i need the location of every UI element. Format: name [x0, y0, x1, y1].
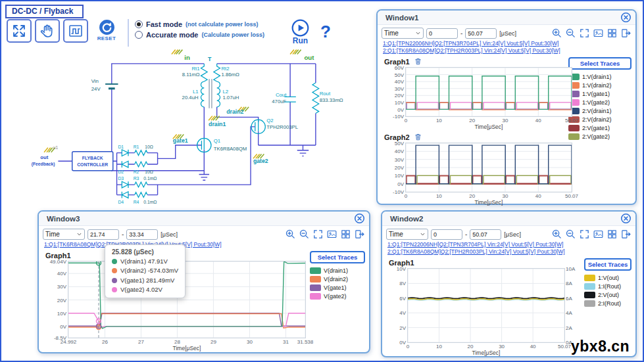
snapshot-button[interactable]: [593, 229, 604, 240]
snapshot-button[interactable]: [326, 229, 337, 240]
pan-button[interactable]: [35, 19, 60, 43]
range-to-input[interactable]: [470, 229, 501, 240]
legend-item[interactable]: 1:V(gate1): [568, 91, 632, 97]
delete-graph-button[interactable]: [414, 133, 422, 141]
fast-mode-radio[interactable]: [135, 20, 143, 28]
close-button[interactable]: [620, 12, 632, 23]
graph2-plot[interactable]: Time[μSec] 50V40V30V20V10V0V-10V01020304…: [405, 143, 572, 192]
config-link[interactable]: 2:Q1:[TK6R8A08QM]Q2:[TPH2R003PL] Vin:24[…: [387, 248, 630, 256]
export-button[interactable]: [354, 229, 365, 240]
graph1-plot[interactable]: Time[μSec] 60V50V40V30V20V10V0V-10V01020…: [405, 67, 572, 117]
legend-item[interactable]: 2:V(out): [584, 292, 632, 298]
range-to-input[interactable]: [126, 229, 158, 240]
zoom-out-button[interactable]: [565, 28, 576, 39]
config-link[interactable]: 1:Q1:[TPN22006NH]Q2:[TPN3R704PL] Vin:24[…: [387, 241, 630, 248]
trace-dot: [112, 287, 117, 292]
expand-icon: [11, 23, 27, 39]
page-title: DC-DC / Flyback: [5, 5, 84, 18]
legend-item[interactable]: 1:I(Rout): [584, 283, 632, 290]
legend-item[interactable]: 1:V(drain2): [568, 82, 632, 89]
fit-button[interactable]: [579, 28, 590, 39]
legend-item[interactable]: 2:I(Rout): [584, 300, 632, 307]
axis-select[interactable]: Time: [386, 229, 428, 240]
legend-item[interactable]: V(drain2): [310, 276, 365, 283]
select-traces-button[interactable]: Select Traces: [568, 57, 632, 70]
tile-button[interactable]: [607, 229, 618, 240]
run-button[interactable]: Run: [291, 19, 309, 45]
export-button[interactable]: [620, 28, 632, 39]
schematic-canvas[interactable]: FLYBACK CONTROLLER in out T Rt1 8.11mΩ R…: [11, 42, 369, 206]
axis-select[interactable]: Time: [43, 229, 85, 240]
legend-swatch: [310, 284, 321, 291]
select-traces-button[interactable]: Select Traces: [310, 251, 365, 263]
window-titlebar[interactable]: Window1: [378, 11, 635, 25]
tile-button[interactable]: [340, 229, 351, 240]
graph1-plot[interactable]: Time[μSec] 10V8V6V4V2V0V10A8A6A4A2A0A010…: [407, 268, 565, 343]
flyback-controller-block[interactable]: [72, 152, 113, 171]
legend-item[interactable]: V(gate1): [310, 284, 365, 291]
fit-button[interactable]: [579, 229, 590, 240]
fast-mode-option[interactable]: Fast mode (not calculate power loss): [135, 20, 264, 28]
delete-graph-button[interactable]: [414, 57, 422, 66]
zoom-in-button[interactable]: [551, 229, 562, 240]
window3-panel[interactable]: Window3 Time - [μSec] 1:Q1:[TK6R8A08Q: [37, 210, 370, 353]
close-button[interactable]: [620, 213, 632, 224]
zoom-out-button[interactable]: [299, 229, 310, 240]
snapshot-button[interactable]: [593, 28, 604, 39]
window1-panel[interactable]: Window1 Time - [μSec] 1:Q1:[TPN22006N: [376, 9, 637, 205]
reset-label: RESET: [97, 35, 116, 41]
range-from-input[interactable]: [431, 229, 462, 240]
window2-panel[interactable]: Window2 Time - [μSec] 1:Q1:[TPN22006N: [381, 210, 637, 357]
zoom-out-icon: [299, 229, 310, 240]
export-icon: [354, 229, 365, 240]
range-from-input[interactable]: [87, 229, 119, 240]
legend-item[interactable]: 1:V(out): [584, 275, 632, 281]
accurate-mode-radio[interactable]: [135, 31, 143, 39]
accurate-mode-label: Accurate mode: [146, 31, 198, 39]
node-label-drain1: drain1: [209, 121, 226, 127]
zoom-in-button[interactable]: [551, 28, 562, 39]
select-traces-button[interactable]: Select Traces: [584, 258, 632, 271]
zoom-out-button[interactable]: [565, 229, 576, 240]
config-link[interactable]: 1:Q1:[TPN22006NH]Q2:[TPN3R704PL] Vin:24[…: [383, 40, 630, 47]
tile-icon: [607, 229, 618, 240]
config-link[interactable]: 1:Q1:[TK6R8A08QM]Q2:[TPH2R003PL] Vin:24[…: [44, 241, 364, 248]
label-r2: R2: [134, 170, 139, 174]
config-link[interactable]: 2:Q1:[TK6R8A08QM]Q2:[TPH2R003PL] Vin:24[…: [383, 47, 630, 55]
export-button[interactable]: [620, 229, 632, 240]
window-titlebar[interactable]: Window2: [382, 212, 635, 226]
legend-item[interactable]: 2:V(gate2): [568, 133, 632, 140]
tile-button[interactable]: [607, 28, 618, 39]
range-to-input[interactable]: [465, 28, 497, 39]
waveform-icon: [68, 23, 84, 39]
legend-swatch: [310, 276, 321, 283]
waveform-probe-button[interactable]: [63, 19, 88, 43]
value-q1: TK6R8A08QM: [214, 146, 247, 152]
accurate-mode-option[interactable]: Accurate mode (Calculate power loss): [135, 31, 264, 39]
zoom-in-icon: [285, 229, 296, 240]
fit-button[interactable]: [312, 229, 324, 240]
range-from-input[interactable]: [426, 28, 458, 39]
legend-item[interactable]: V(gate2): [310, 293, 365, 300]
value-rt2: 1.86mΩ: [221, 72, 239, 78]
fit-view-button[interactable]: [7, 19, 32, 43]
legend-item[interactable]: 2:V(drain1): [568, 108, 632, 114]
tooltip-time: 25.828 (μSec): [112, 248, 178, 256]
legend-item[interactable]: 1:V(gate2): [568, 99, 632, 106]
graph2-block: Graph2 Time[μSec] 50V40V30V20V10V0V-10V0…: [382, 131, 568, 207]
window-titlebar[interactable]: Window3: [39, 212, 369, 226]
help-button[interactable]: ?: [320, 19, 331, 44]
zoom-in-button[interactable]: [285, 229, 296, 240]
legend-item[interactable]: 1:V(drain1): [568, 74, 632, 80]
label-r4: R4: [134, 200, 139, 204]
zoom-in-icon: [551, 28, 562, 39]
axis-select[interactable]: Time: [382, 28, 424, 39]
label-l1: L1: [193, 89, 199, 95]
chevron-down-icon: [420, 231, 426, 237]
legend-item[interactable]: V(drain1): [310, 267, 365, 274]
value-cout: 470uF: [272, 99, 286, 104]
close-button[interactable]: [354, 213, 365, 224]
legend-item[interactable]: 2:V(gate1): [568, 125, 632, 131]
graph1-plot[interactable]: Time[μSec] 49.04V40V30V20V10V0V-8.5V24.9…: [68, 261, 306, 338]
label-q2: Q2: [266, 118, 273, 124]
